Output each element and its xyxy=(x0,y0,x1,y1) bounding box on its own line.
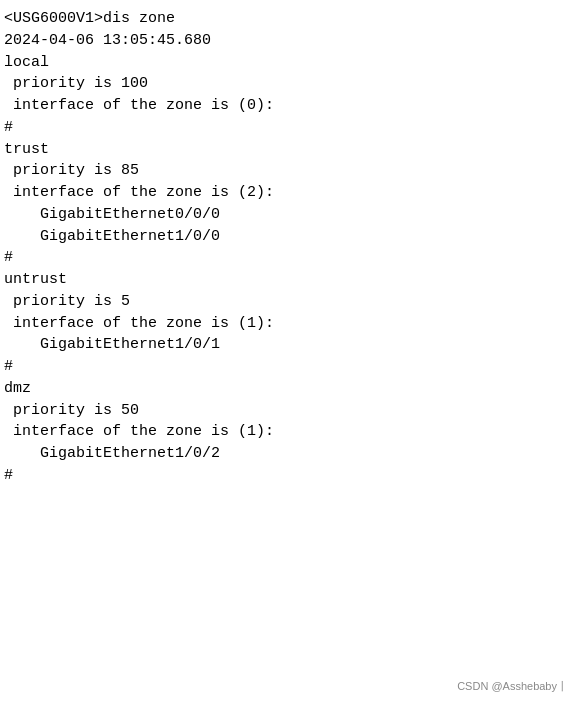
terminal-output: <USG6000V1>dis zone 2024-04-06 13:05:45.… xyxy=(0,0,574,702)
watermark: CSDN @Asshebaby丨 xyxy=(457,679,568,694)
